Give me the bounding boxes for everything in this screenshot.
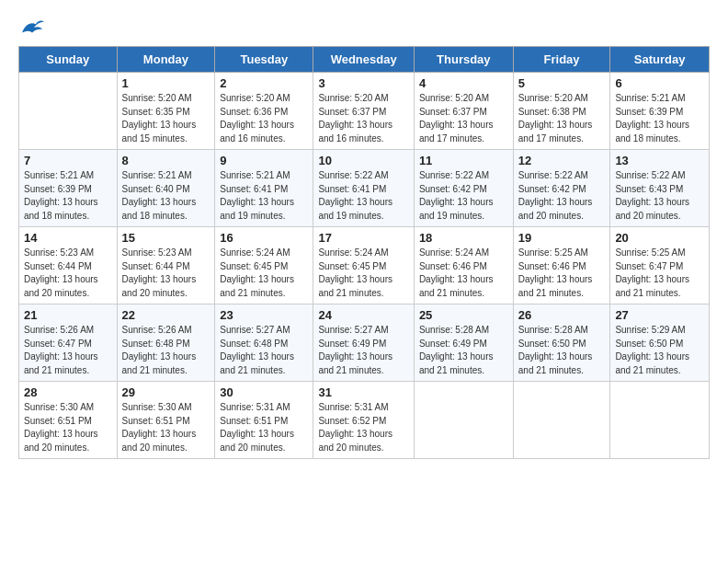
day-number: 2: [220, 76, 308, 90]
day-detail: Sunrise: 5:28 AM Sunset: 6:49 PM Dayligh…: [419, 324, 508, 377]
calendar-cell: 2Sunrise: 5:20 AM Sunset: 6:36 PM Daylig…: [215, 73, 313, 150]
weekday-header-sunday: Sunday: [19, 47, 118, 73]
day-detail: Sunrise: 5:30 AM Sunset: 6:51 PM Dayligh…: [122, 401, 210, 454]
calendar-cell: 10Sunrise: 5:22 AM Sunset: 6:41 PM Dayli…: [313, 150, 414, 227]
day-number: 4: [419, 76, 508, 90]
day-number: 18: [419, 231, 508, 245]
header: [18, 17, 710, 37]
calendar-cell: 23Sunrise: 5:27 AM Sunset: 6:48 PM Dayli…: [215, 304, 313, 382]
day-detail: Sunrise: 5:26 AM Sunset: 6:48 PM Dayligh…: [122, 324, 210, 377]
day-detail: Sunrise: 5:20 AM Sunset: 6:37 PM Dayligh…: [318, 92, 408, 145]
day-detail: Sunrise: 5:24 AM Sunset: 6:45 PM Dayligh…: [318, 247, 408, 300]
day-number: 19: [518, 231, 606, 245]
calendar-cell: 6Sunrise: 5:21 AM Sunset: 6:39 PM Daylig…: [610, 73, 710, 150]
day-number: 24: [318, 308, 408, 322]
day-detail: Sunrise: 5:25 AM Sunset: 6:47 PM Dayligh…: [615, 247, 704, 300]
calendar-cell: 24Sunrise: 5:27 AM Sunset: 6:49 PM Dayli…: [313, 304, 414, 382]
day-detail: Sunrise: 5:22 AM Sunset: 6:42 PM Dayligh…: [419, 169, 508, 223]
calendar-week-row: 21Sunrise: 5:26 AM Sunset: 6:47 PM Dayli…: [19, 304, 710, 382]
day-number: 10: [318, 154, 408, 167]
day-detail: Sunrise: 5:20 AM Sunset: 6:38 PM Dayligh…: [518, 92, 606, 145]
day-number: 31: [318, 385, 408, 399]
day-number: 8: [122, 154, 210, 167]
calendar-table: SundayMondayTuesdayWednesdayThursdayFrid…: [18, 46, 710, 459]
day-detail: Sunrise: 5:25 AM Sunset: 6:46 PM Dayligh…: [518, 247, 606, 300]
calendar-cell: 18Sunrise: 5:24 AM Sunset: 6:46 PM Dayli…: [414, 227, 513, 304]
page: SundayMondayTuesdayWednesdayThursdayFrid…: [0, 0, 728, 563]
calendar-cell: [414, 382, 513, 459]
calendar-cell: 4Sunrise: 5:20 AM Sunset: 6:37 PM Daylig…: [414, 73, 513, 150]
day-number: 5: [518, 76, 606, 90]
weekday-header-wednesday: Wednesday: [313, 47, 414, 73]
day-number: 1: [122, 76, 210, 90]
day-number: 15: [122, 231, 210, 245]
day-number: 21: [24, 308, 112, 322]
calendar-cell: 25Sunrise: 5:28 AM Sunset: 6:49 PM Dayli…: [414, 304, 513, 382]
weekday-header-saturday: Saturday: [610, 47, 710, 73]
day-detail: Sunrise: 5:24 AM Sunset: 6:46 PM Dayligh…: [419, 247, 508, 300]
day-detail: Sunrise: 5:22 AM Sunset: 6:43 PM Dayligh…: [615, 169, 704, 223]
day-number: 30: [220, 385, 308, 399]
calendar-cell: [610, 382, 710, 459]
day-detail: Sunrise: 5:31 AM Sunset: 6:51 PM Dayligh…: [220, 401, 308, 454]
day-detail: Sunrise: 5:27 AM Sunset: 6:48 PM Dayligh…: [220, 324, 308, 377]
calendar-cell: 29Sunrise: 5:30 AM Sunset: 6:51 PM Dayli…: [117, 382, 215, 459]
day-detail: Sunrise: 5:20 AM Sunset: 6:35 PM Dayligh…: [122, 92, 210, 145]
day-detail: Sunrise: 5:24 AM Sunset: 6:45 PM Dayligh…: [220, 247, 308, 300]
calendar-cell: 27Sunrise: 5:29 AM Sunset: 6:50 PM Dayli…: [610, 304, 710, 382]
day-detail: Sunrise: 5:21 AM Sunset: 6:40 PM Dayligh…: [122, 169, 210, 223]
calendar-cell: [19, 73, 118, 150]
calendar-week-row: 1Sunrise: 5:20 AM Sunset: 6:35 PM Daylig…: [19, 73, 710, 150]
day-detail: Sunrise: 5:29 AM Sunset: 6:50 PM Dayligh…: [615, 324, 704, 377]
day-number: 25: [419, 308, 508, 322]
day-detail: Sunrise: 5:23 AM Sunset: 6:44 PM Dayligh…: [24, 247, 112, 300]
day-detail: Sunrise: 5:22 AM Sunset: 6:42 PM Dayligh…: [518, 169, 606, 223]
calendar-week-row: 14Sunrise: 5:23 AM Sunset: 6:44 PM Dayli…: [19, 227, 710, 304]
day-number: 26: [518, 308, 606, 322]
day-number: 3: [318, 76, 408, 90]
logo-bird-icon: [20, 17, 46, 37]
weekday-header-row: SundayMondayTuesdayWednesdayThursdayFrid…: [19, 47, 710, 73]
day-detail: Sunrise: 5:22 AM Sunset: 6:41 PM Dayligh…: [318, 169, 408, 223]
day-detail: Sunrise: 5:30 AM Sunset: 6:51 PM Dayligh…: [24, 401, 112, 454]
day-detail: Sunrise: 5:21 AM Sunset: 6:39 PM Dayligh…: [615, 92, 704, 145]
calendar-cell: 20Sunrise: 5:25 AM Sunset: 6:47 PM Dayli…: [610, 227, 710, 304]
day-number: 28: [24, 385, 112, 399]
logo: [18, 17, 46, 37]
calendar-cell: 3Sunrise: 5:20 AM Sunset: 6:37 PM Daylig…: [313, 73, 414, 150]
calendar-cell: 11Sunrise: 5:22 AM Sunset: 6:42 PM Dayli…: [414, 150, 513, 227]
day-detail: Sunrise: 5:26 AM Sunset: 6:47 PM Dayligh…: [24, 324, 112, 377]
calendar-week-row: 28Sunrise: 5:30 AM Sunset: 6:51 PM Dayli…: [19, 382, 710, 459]
day-detail: Sunrise: 5:20 AM Sunset: 6:36 PM Dayligh…: [220, 92, 308, 145]
calendar-cell: 31Sunrise: 5:31 AM Sunset: 6:52 PM Dayli…: [313, 382, 414, 459]
calendar-cell: [513, 382, 610, 459]
day-detail: Sunrise: 5:20 AM Sunset: 6:37 PM Dayligh…: [419, 92, 508, 145]
day-number: 23: [220, 308, 308, 322]
day-number: 27: [615, 308, 704, 322]
calendar-cell: 1Sunrise: 5:20 AM Sunset: 6:35 PM Daylig…: [117, 73, 215, 150]
calendar-cell: 30Sunrise: 5:31 AM Sunset: 6:51 PM Dayli…: [215, 382, 313, 459]
day-number: 7: [24, 154, 112, 167]
calendar-cell: 15Sunrise: 5:23 AM Sunset: 6:44 PM Dayli…: [117, 227, 215, 304]
calendar-cell: 7Sunrise: 5:21 AM Sunset: 6:39 PM Daylig…: [19, 150, 118, 227]
calendar-cell: 9Sunrise: 5:21 AM Sunset: 6:41 PM Daylig…: [215, 150, 313, 227]
calendar-cell: 21Sunrise: 5:26 AM Sunset: 6:47 PM Dayli…: [19, 304, 118, 382]
day-number: 17: [318, 231, 408, 245]
calendar-cell: 12Sunrise: 5:22 AM Sunset: 6:42 PM Dayli…: [513, 150, 610, 227]
weekday-header-thursday: Thursday: [414, 47, 513, 73]
calendar-cell: 8Sunrise: 5:21 AM Sunset: 6:40 PM Daylig…: [117, 150, 215, 227]
day-number: 14: [24, 231, 112, 245]
day-detail: Sunrise: 5:21 AM Sunset: 6:39 PM Dayligh…: [24, 169, 112, 223]
calendar-cell: 22Sunrise: 5:26 AM Sunset: 6:48 PM Dayli…: [117, 304, 215, 382]
day-number: 16: [220, 231, 308, 245]
calendar-cell: 19Sunrise: 5:25 AM Sunset: 6:46 PM Dayli…: [513, 227, 610, 304]
day-number: 22: [122, 308, 210, 322]
day-detail: Sunrise: 5:27 AM Sunset: 6:49 PM Dayligh…: [318, 324, 408, 377]
day-number: 29: [122, 385, 210, 399]
weekday-header-friday: Friday: [513, 47, 610, 73]
calendar-week-row: 7Sunrise: 5:21 AM Sunset: 6:39 PM Daylig…: [19, 150, 710, 227]
day-detail: Sunrise: 5:28 AM Sunset: 6:50 PM Dayligh…: [518, 324, 606, 377]
day-number: 13: [615, 154, 704, 167]
weekday-header-monday: Monday: [117, 47, 215, 73]
calendar-cell: 28Sunrise: 5:30 AM Sunset: 6:51 PM Dayli…: [19, 382, 118, 459]
